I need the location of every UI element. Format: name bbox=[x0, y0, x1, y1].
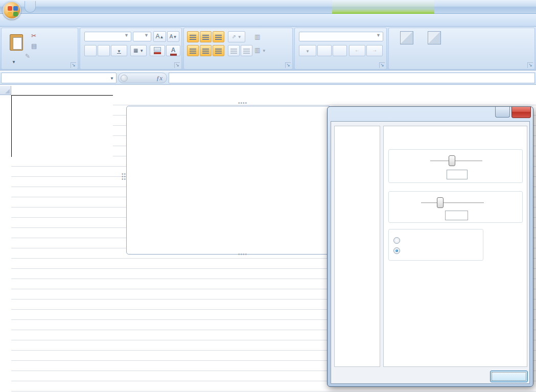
plot-series-on-group bbox=[388, 229, 483, 261]
wrap-text-icon: ▥ bbox=[254, 33, 260, 40]
orientation-icon: ⇗ bbox=[231, 34, 236, 39]
font-name-combo[interactable]: ▼ bbox=[84, 32, 131, 41]
office-logo-square bbox=[13, 6, 18, 11]
middle-align-button[interactable] bbox=[200, 31, 212, 42]
office-button[interactable] bbox=[3, 1, 21, 19]
underline-button[interactable]: ▼ bbox=[111, 45, 127, 56]
merge-center-button[interactable]: ▥ ▼ bbox=[254, 47, 266, 54]
font-size-combo[interactable]: ▼ bbox=[133, 32, 151, 41]
title-bar bbox=[0, 0, 536, 14]
center-button[interactable] bbox=[200, 45, 212, 56]
styles-dialog-launcher[interactable]: ↘ bbox=[527, 62, 533, 68]
office-logo-square bbox=[13, 12, 18, 16]
series-overlap-group bbox=[388, 149, 523, 183]
insert-function-button[interactable]: ƒx bbox=[156, 74, 162, 82]
increase-indent-button[interactable] bbox=[241, 45, 252, 56]
formula-bar: ▼ ƒx bbox=[0, 72, 536, 85]
font-color-button[interactable]: A bbox=[166, 45, 180, 56]
name-box[interactable]: ▼ bbox=[1, 73, 116, 83]
bold-button[interactable] bbox=[84, 45, 97, 56]
bottom-align-button[interactable] bbox=[213, 31, 224, 42]
cancel-entry-button[interactable] bbox=[121, 75, 128, 82]
gap-slider-thumb[interactable] bbox=[437, 197, 444, 208]
number-group: ▼ ▼ ← → ↘ bbox=[294, 28, 387, 70]
series-options-panel bbox=[383, 126, 527, 367]
comma-style-button[interactable] bbox=[333, 45, 347, 56]
orientation-button[interactable]: ⇗ ▼ bbox=[228, 31, 245, 42]
chart-object[interactable] bbox=[126, 106, 331, 255]
gap-slider-track[interactable] bbox=[421, 202, 484, 203]
middle-align-icon bbox=[202, 35, 209, 40]
font-dialog-launcher[interactable]: ↘ bbox=[174, 62, 180, 68]
italic-button[interactable] bbox=[98, 45, 110, 56]
align-left-button[interactable] bbox=[187, 45, 199, 56]
accounting-format-button[interactable]: ▼ bbox=[299, 45, 316, 56]
bottom-align-icon bbox=[215, 35, 222, 40]
quick-access-toolbar bbox=[25, 1, 36, 13]
office-logo-square bbox=[8, 12, 12, 16]
excel-window: ▼ ✂ ▤ ✎ ↘ ▼ ▼ A▲ A▼ ▼ ▦ ▼ bbox=[0, 0, 536, 392]
insert-function-area: ƒx bbox=[118, 73, 167, 83]
number-dialog-launcher[interactable]: ↘ bbox=[379, 62, 385, 68]
format-data-series-dialog bbox=[327, 106, 533, 387]
font-group: ▼ ▼ A▲ A▼ ▼ ▦ ▼ A ↘ bbox=[80, 28, 182, 70]
fill-color-icon bbox=[154, 47, 161, 52]
increase-decimal-button[interactable]: ← bbox=[349, 45, 365, 56]
borders-button[interactable]: ▦ ▼ bbox=[130, 45, 147, 56]
borders-icon: ▦ bbox=[133, 48, 138, 53]
top-align-button[interactable] bbox=[187, 31, 199, 42]
shrink-font-button[interactable]: A▼ bbox=[167, 31, 179, 42]
ribbon: ▼ ✂ ▤ ✎ ↘ ▼ ▼ A▲ A▼ ▼ ▦ ▼ bbox=[0, 27, 536, 71]
chart-resize-handle-top[interactable]: •••• bbox=[238, 102, 247, 104]
decrease-decimal-button[interactable]: → bbox=[366, 45, 383, 56]
gap-value-input[interactable] bbox=[445, 211, 468, 220]
align-right-button[interactable] bbox=[213, 45, 224, 56]
align-left-icon bbox=[190, 49, 196, 54]
clipboard-group: ▼ ✂ ▤ ✎ ↘ bbox=[1, 28, 78, 70]
fill-color-button[interactable] bbox=[150, 45, 165, 56]
align-right-icon bbox=[215, 49, 222, 54]
increase-indent-icon bbox=[243, 49, 250, 54]
close-button[interactable] bbox=[490, 371, 528, 382]
alignment-dialog-launcher[interactable]: ↘ bbox=[285, 62, 291, 68]
number-format-combo[interactable]: ▼ bbox=[299, 32, 383, 41]
formula-input[interactable] bbox=[169, 73, 535, 83]
secondary-axis-radio[interactable] bbox=[393, 247, 400, 254]
decrease-indent-icon bbox=[230, 49, 237, 54]
format-painter-icon: ✎ bbox=[25, 53, 30, 60]
format-as-table-button[interactable] bbox=[423, 31, 446, 46]
overlap-slider-track[interactable] bbox=[430, 160, 482, 162]
cut-icon: ✂ bbox=[31, 32, 36, 39]
office-logo-square bbox=[8, 6, 12, 11]
dialog-close-icon[interactable] bbox=[511, 107, 531, 118]
decrease-indent-button[interactable] bbox=[228, 45, 240, 56]
chart-resize-handle-bottom[interactable]: •••• bbox=[238, 253, 247, 256]
format-painter-button[interactable]: ✎ bbox=[25, 53, 30, 60]
paste-dropdown-arrow[interactable]: ▼ bbox=[12, 60, 16, 64]
dialog-help-button[interactable] bbox=[495, 107, 510, 118]
top-align-icon bbox=[190, 35, 196, 40]
chart-resize-handle-left[interactable]: •• •• •• bbox=[122, 173, 126, 180]
cut-button[interactable]: ✂ bbox=[31, 32, 36, 39]
copy-button[interactable]: ▤ bbox=[31, 42, 37, 50]
name-box-dropdown-icon[interactable]: ▼ bbox=[110, 76, 114, 81]
paste-icon bbox=[10, 34, 23, 51]
conditional-formatting-button[interactable] bbox=[393, 31, 421, 46]
percent-style-button[interactable] bbox=[317, 45, 332, 56]
chart-tools-label bbox=[332, 0, 434, 14]
merge-center-icon: ▥ bbox=[254, 47, 260, 54]
dialog-client-area bbox=[331, 121, 530, 384]
wrap-text-button[interactable]: ▥ bbox=[254, 33, 260, 40]
grow-font-button[interactable]: A▲ bbox=[153, 31, 166, 42]
overlap-slider-thumb[interactable] bbox=[449, 155, 455, 166]
alignment-group: ⇗ ▼ ▥ ▥ ▼ ↘ bbox=[183, 28, 293, 70]
primary-axis-radio[interactable] bbox=[393, 237, 400, 244]
clipboard-dialog-launcher[interactable]: ↘ bbox=[71, 62, 76, 68]
gap-width-group bbox=[388, 191, 523, 223]
ribbon-tab-row bbox=[0, 14, 536, 27]
format-as-table-icon bbox=[428, 31, 441, 44]
overlap-value-input[interactable] bbox=[447, 170, 468, 179]
dialog-nav-list bbox=[334, 126, 380, 367]
select-all-corner[interactable] bbox=[0, 86, 11, 95]
data-table bbox=[11, 95, 113, 157]
